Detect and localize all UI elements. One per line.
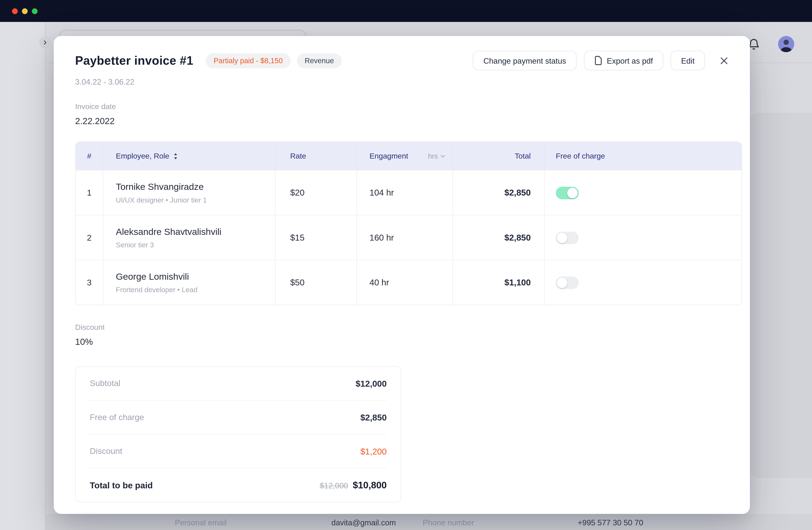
close-icon[interactable] (719, 56, 728, 65)
free-of-charge-toggle[interactable] (556, 276, 579, 289)
rate-value: $15 (290, 233, 304, 243)
total-to-be-paid-label: Total to be paid (90, 480, 153, 490)
free-of-charge-toggle[interactable] (556, 232, 579, 244)
modal-actions: Change payment status Export as pdf Edit (466, 50, 728, 70)
discount-label: Discount (75, 323, 728, 331)
summary-row-total: Total to be paid $12,000 $10,800 (90, 468, 387, 502)
total-new-value: $10,800 (353, 480, 387, 491)
rate-value: $50 (290, 278, 304, 288)
table-row: 2 Aleksandre Shavtvalishvili Senior tier… (76, 215, 742, 260)
engagement-value: 104 hr (369, 188, 394, 198)
invoice-table: # Employee, Role Rate Engagment (75, 142, 742, 305)
edit-button[interactable]: Edit (671, 50, 705, 70)
invoice-date-label: Invoice date (75, 102, 728, 111)
export-pdf-button[interactable]: Export as pdf (584, 50, 663, 70)
personal-email-label: Personal email (175, 518, 227, 527)
engagement-value: 40 hr (369, 278, 389, 288)
employee-role: Frortend developer • Lead (116, 286, 198, 294)
background-card (751, 113, 812, 478)
table-row: 3 George Lomishvili Frortend developer •… (76, 260, 742, 305)
window-maximize-dot[interactable] (32, 8, 38, 14)
employee-name: George Lomishvili (116, 271, 198, 282)
employee-role: Senior tier 3 (116, 241, 221, 249)
total-value: $2,850 (504, 233, 531, 243)
row-number: 2 (87, 233, 91, 242)
invoice-title: Paybetter invoice #1 (75, 54, 193, 68)
invoice-date-range: 3.04.22 - 3.06.22 (75, 77, 728, 86)
sidebar (0, 22, 45, 530)
subtotal-label: Subtotal (90, 379, 120, 388)
employee-name: Aleksandre Shavtvalishvili (116, 226, 221, 237)
window-minimize-dot[interactable] (22, 8, 28, 14)
discount-row-value: $1,200 (360, 446, 387, 456)
rate-value: $20 (290, 188, 304, 198)
screen: Personal email davita@gmail.com Phone nu… (0, 0, 812, 530)
row-number: 3 (87, 278, 91, 287)
discount-row-label: Discount (90, 446, 122, 456)
invoice-table-header: # Employee, Role Rate Engagment (76, 142, 742, 170)
subtotal-value: $12,000 (356, 379, 387, 388)
personal-email-value: davita@gmail.com (331, 518, 396, 527)
col-header-free-of-charge: Free of charge (545, 142, 741, 170)
total-old-value: $12,000 (320, 481, 348, 490)
sidebar-collapse-button[interactable] (39, 36, 51, 49)
invoice-modal: Paybetter invoice #1 Partialy paid - $8,… (54, 36, 750, 514)
file-icon (594, 56, 602, 65)
discount-value: 10% (75, 337, 728, 347)
summary-row-free-of-charge: Free of charge $2,850 (90, 400, 387, 434)
employee-name: Tornike Shvangiradze (116, 181, 207, 193)
window-titlebar (0, 0, 812, 22)
free-of-charge-label: Free of charge (90, 413, 144, 422)
col-header-engagement: Engagment hrs (357, 142, 453, 170)
col-header-rate: Rate (276, 142, 357, 170)
modal-header: Paybetter invoice #1 Partialy paid - $8,… (75, 50, 728, 70)
summary-row-discount: Discount $1,200 (90, 434, 387, 468)
total-value: $1,100 (504, 278, 531, 288)
col-header-employee[interactable]: Employee, Role (103, 142, 276, 170)
row-number: 1 (87, 188, 91, 197)
chevron-down-icon (440, 155, 445, 157)
revenue-badge: Revenue (297, 53, 342, 68)
invoice-date-value: 2.22.2022 (75, 116, 728, 127)
summary-row-subtotal: Subtotal $12,000 (90, 367, 387, 400)
col-header-num: # (76, 142, 103, 170)
engagement-unit-dropdown[interactable]: hrs (428, 152, 445, 160)
table-row: 1 Tornike Shvangiradze UI/UX designer • … (76, 170, 742, 215)
total-value: $2,850 (504, 188, 531, 198)
window-close-dot[interactable] (12, 8, 18, 14)
phone-number-label: Phone number (423, 518, 474, 527)
phone-number-value: +995 577 30 50 70 (578, 518, 643, 527)
user-avatar[interactable] (778, 36, 795, 52)
summary-card: Subtotal $12,000 Free of charge $2,850 D… (75, 366, 401, 502)
background-footer-strip: Personal email davita@gmail.com Phone nu… (45, 514, 812, 530)
payment-status-badge: Partialy paid - $8,150 (206, 53, 291, 68)
free-of-charge-toggle[interactable] (556, 187, 579, 199)
engagement-value: 160 hr (369, 233, 394, 243)
free-of-charge-value: $2,850 (360, 412, 387, 422)
sort-icon[interactable] (173, 153, 178, 159)
col-header-total: Total (453, 142, 545, 170)
employee-role: UI/UX designer • Junior tier 1 (116, 196, 207, 204)
change-payment-status-button[interactable]: Change payment status (473, 50, 577, 70)
